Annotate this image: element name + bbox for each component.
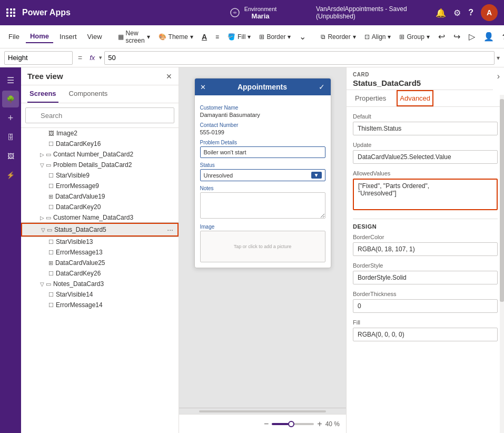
sidebar-icon-media[interactable]: 🖼	[2, 147, 19, 164]
datacard-icon: ▭	[46, 162, 51, 169]
formula-expand-icon[interactable]: ▾	[497, 54, 500, 62]
tab-view[interactable]: View	[83, 31, 106, 43]
update-input[interactable]	[353, 150, 498, 164]
tab-insert[interactable]: Insert	[55, 31, 81, 43]
avatar[interactable]: A	[481, 4, 498, 21]
sidebar-icon-data[interactable]: 🗄	[2, 129, 19, 145]
collapse-panel-button[interactable]: ›	[493, 67, 504, 85]
prop-allowed-values: AllowedValues ["Fixed", "Parts Ordered",…	[353, 170, 498, 212]
text-format-icon: A	[202, 33, 207, 41]
undo-button[interactable]: ↩	[435, 29, 448, 44]
close-icon[interactable]: ✕	[200, 83, 206, 91]
help-icon[interactable]: ?	[468, 8, 473, 17]
tree-item-datacardkey16[interactable]: ☐ DataCardKey16	[21, 139, 179, 149]
check-icon[interactable]: ✓	[319, 83, 325, 91]
allowed-values-input[interactable]: ["Fixed", "Parts Ordered", "Unresolved"]	[353, 179, 498, 210]
theme-button[interactable]: 🎨 Theme ▾	[155, 31, 196, 43]
tab-advanced[interactable]: Advanced	[397, 90, 433, 106]
reorder-button[interactable]: ⧉ Reorder ▾	[318, 31, 359, 43]
app-header: ✕ Appointments ✓	[195, 78, 331, 95]
border-thickness-input[interactable]	[353, 299, 498, 313]
tree-tab-screens[interactable]: Screens	[27, 85, 58, 103]
tree-close-button[interactable]: ✕	[166, 72, 172, 81]
fill-button[interactable]: 🪣 Fill ▾	[224, 31, 254, 43]
image-field[interactable]: Tap or click to add a picture	[200, 231, 325, 262]
tree-item-datacardvalue19[interactable]: ⊞ DataCardValue19	[21, 191, 179, 202]
share-button[interactable]: 👤	[480, 29, 497, 44]
border-color-input[interactable]	[353, 242, 498, 256]
tree-item-datacardkey20[interactable]: ☐ DataCardKey20	[21, 202, 179, 212]
expand-button[interactable]: ⌄	[296, 29, 309, 44]
tree-item-status-datacard5[interactable]: ▽ ▭ Status_DataCard5 ···	[21, 223, 179, 237]
formula-fx-icon[interactable]: fx	[87, 54, 97, 62]
scrollbar-thumb	[199, 410, 326, 412]
prop-border-style: BorderStyle	[353, 262, 498, 284]
tree-item-errormessage14[interactable]: ☐ ErrorMessage14	[21, 300, 179, 310]
prop-default: Default	[353, 113, 498, 135]
tree-item-starvisible14[interactable]: ☐ StarVisible14	[21, 289, 179, 300]
new-screen-button[interactable]: ▦ New screen ▾	[115, 27, 153, 46]
formula-input[interactable]	[104, 51, 495, 65]
ribbon: File Home Insert View ▦ New screen ▾ 🎨 T…	[0, 25, 504, 48]
tree-item-label: Notes_DataCard3	[53, 280, 104, 288]
document-title: VanArsdelAppointments - Saved (Unpublish…	[316, 5, 429, 20]
tree-ellipsis-button[interactable]: ···	[167, 225, 173, 234]
tree-item-starvisible9[interactable]: ☐ StarVisible9	[21, 170, 179, 181]
align-button[interactable]: ⊡ Align ▾	[361, 31, 394, 43]
default-input[interactable]	[353, 122, 498, 135]
zoom-slider[interactable]	[272, 423, 314, 425]
tree-item-notes-datacard[interactable]: ▽ ▭ Notes_DataCard3	[21, 279, 179, 289]
formula-bar: Height = fx ▾ ▾	[0, 48, 504, 67]
allowed-values-label: AllowedValues	[353, 170, 498, 176]
redo-button[interactable]: ↪	[450, 29, 463, 44]
tree-item-problemdetails-datacard[interactable]: ▽ ▭ Problem Details_DataCard2	[21, 160, 179, 170]
tree-item-customername-datacard[interactable]: ▷ ▭ Customer Name_DataCard3	[21, 212, 179, 223]
theme-icon: 🎨	[159, 33, 166, 41]
group-button[interactable]: ⊞ Group ▾	[396, 31, 432, 43]
card-name: Status_DataCard5	[353, 78, 487, 87]
zoom-out-button[interactable]: −	[264, 419, 269, 429]
sidebar-icon-add[interactable]: +	[2, 110, 19, 126]
tree-tab-components[interactable]: Components	[67, 85, 110, 103]
notes-textarea[interactable]	[200, 192, 325, 219]
tree-item-starvisible13[interactable]: ☐ StarVisible13	[21, 237, 179, 247]
tree-item-contactnumber-datacard[interactable]: ▷ ▭ Contact Number_DataCard2	[21, 149, 179, 160]
prop-border-thickness: BorderThickness	[353, 291, 498, 313]
problem-details-input[interactable]	[200, 146, 325, 158]
align-text-button[interactable]: ≡	[212, 31, 222, 43]
tree-search-input[interactable]	[25, 107, 174, 123]
border-style-input[interactable]	[353, 271, 498, 284]
chevron-right-icon: ▷	[40, 152, 44, 158]
zoom-in-button[interactable]: +	[317, 419, 322, 429]
sidebar-icon-tree[interactable]: 🌳	[2, 91, 19, 107]
right-panel-scrollbar[interactable]	[500, 95, 504, 433]
tree-item-datacardvalue25[interactable]: ⊞ DataCardValue25	[21, 258, 179, 268]
text-format-button[interactable]: A	[199, 31, 210, 43]
status-dropdown[interactable]: Unresolved ▼	[200, 169, 325, 181]
tree-item-image2[interactable]: 🖼 Image2	[21, 128, 179, 139]
tree-search-wrap: 🔍	[25, 107, 174, 123]
sidebar-icon-menu[interactable]: ☰	[2, 72, 19, 88]
tree-item-datacardkey26[interactable]: ☐ DataCardKey26	[21, 268, 179, 279]
tree-item-errormessage9[interactable]: ☐ ErrorMessage9	[21, 181, 179, 191]
waffle-icon[interactable]	[6, 8, 16, 17]
tab-home[interactable]: Home	[26, 30, 53, 43]
formula-equals: =	[75, 54, 85, 62]
bell-icon[interactable]: 🔔	[436, 8, 446, 18]
formula-name-box[interactable]: Height	[4, 51, 73, 65]
input-icon: ⊞	[48, 193, 53, 200]
settings-icon[interactable]: ⚙	[453, 8, 461, 18]
tab-properties[interactable]: Properties	[353, 90, 388, 106]
fill-input[interactable]	[353, 328, 498, 341]
help-ribbon-button[interactable]: ?	[499, 31, 504, 43]
tree-item-errormessage13[interactable]: ☐ ErrorMessage13	[21, 247, 179, 258]
run-button[interactable]: ▷	[466, 29, 478, 44]
canvas-area: ✕ Appointments ✓ Customer Name Damayanti…	[179, 67, 346, 433]
label-icon: ☐	[48, 239, 54, 245]
sidebar-icon-variables[interactable]: ⚡	[2, 166, 19, 183]
tree-title: Tree view	[27, 72, 63, 81]
border-button[interactable]: ⊞ Border ▾	[256, 31, 294, 43]
problem-details-label: Problem Details	[200, 140, 325, 145]
canvas-hscrollbar[interactable]	[179, 408, 346, 414]
tab-file[interactable]: File	[4, 31, 24, 43]
